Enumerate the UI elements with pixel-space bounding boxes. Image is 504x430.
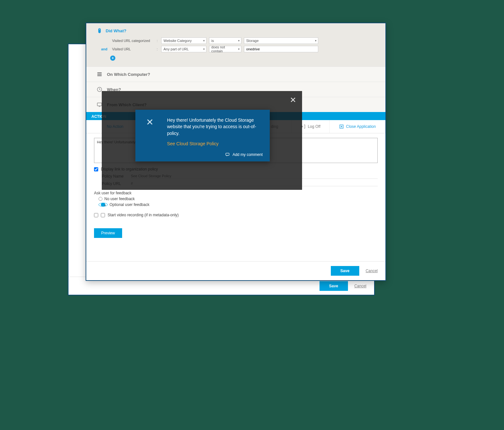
condition-row: and Visited URL : Any part of URL does n… bbox=[97, 46, 379, 52]
did-what-section: Did What? Visited URL categorized : Webs… bbox=[86, 23, 385, 67]
select-operator[interactable]: does not contain bbox=[209, 46, 241, 52]
popup-content: Hey there! Unfortunately the Cloud Stora… bbox=[164, 110, 270, 161]
svg-rect-4 bbox=[97, 103, 102, 106]
video-recording-row: Start video recording (if in metadata-on… bbox=[94, 213, 378, 217]
conjunction: and bbox=[101, 47, 110, 51]
did-what-label: Did What? bbox=[106, 28, 126, 33]
popup-policy-link[interactable]: See Cloud Storage Policy bbox=[167, 141, 219, 146]
popup-message: Hey there! Unfortunately the Cloud Stora… bbox=[167, 117, 263, 137]
video-recording-checkbox[interactable] bbox=[94, 213, 98, 217]
radio-icon bbox=[99, 197, 102, 201]
mouse-icon bbox=[97, 28, 102, 34]
svg-rect-1 bbox=[97, 74, 102, 75]
select-operator[interactable]: is bbox=[209, 37, 241, 44]
video-recording-checkbox-2[interactable] bbox=[101, 213, 105, 217]
video-recording-label: Start video recording (if in metadata-on… bbox=[108, 213, 179, 217]
notification-popup: ✕ Hey there! Unfortunately the Cloud Sto… bbox=[135, 110, 270, 161]
text-value-input[interactable] bbox=[244, 46, 318, 52]
close-app-icon bbox=[339, 124, 344, 129]
radio-label: Optional user feedback bbox=[110, 202, 149, 207]
add-comment-label: Add my comment bbox=[233, 152, 263, 157]
server-icon bbox=[97, 71, 102, 77]
add-comment-row[interactable]: Add my comment bbox=[167, 152, 263, 157]
cancel-link-back[interactable]: Cancel bbox=[354, 284, 366, 288]
radio-no-feedback-row[interactable]: No user feedback bbox=[99, 197, 378, 201]
radio-label: No user feedback bbox=[104, 197, 135, 201]
save-button[interactable]: Save bbox=[331, 266, 359, 276]
radio-icon bbox=[99, 203, 108, 207]
tab-close-application[interactable]: Close Application bbox=[330, 120, 385, 133]
select-value[interactable]: Storage bbox=[244, 37, 318, 44]
section-label: On Which Computer? bbox=[107, 72, 150, 77]
close-icon[interactable]: ✕ bbox=[146, 117, 153, 128]
save-button-back[interactable]: Save bbox=[320, 281, 348, 291]
radio-optional-feedback-row[interactable]: Optional user feedback bbox=[99, 202, 378, 207]
svg-rect-2 bbox=[97, 75, 102, 76]
popup-left: ✕ bbox=[135, 110, 164, 161]
svg-rect-6 bbox=[226, 153, 229, 155]
add-condition-button[interactable]: + bbox=[110, 56, 115, 61]
feedback-section: Ask user for feedback No user feedback O… bbox=[94, 191, 378, 207]
preview-button[interactable]: Preview bbox=[94, 228, 122, 238]
condition-label: Visited URL categorized bbox=[112, 39, 154, 43]
on-which-computer-section[interactable]: On Which Computer? bbox=[86, 67, 385, 82]
close-icon[interactable]: ✕ bbox=[290, 96, 296, 105]
condition-label: Visited URL bbox=[112, 47, 154, 51]
feedback-heading: Ask user for feedback bbox=[94, 191, 378, 195]
cancel-link[interactable]: Cancel bbox=[366, 269, 378, 273]
select-field[interactable]: Website Category bbox=[161, 37, 206, 44]
did-what-title: Did What? bbox=[97, 28, 379, 34]
select-field[interactable]: Any part of URL bbox=[161, 46, 206, 52]
main-footer: Save Cancel bbox=[86, 261, 385, 280]
condition-row: Visited URL categorized : Website Catego… bbox=[97, 37, 379, 44]
display-link-checkbox[interactable] bbox=[94, 167, 98, 171]
svg-rect-0 bbox=[97, 72, 102, 73]
comment-icon bbox=[225, 152, 230, 157]
